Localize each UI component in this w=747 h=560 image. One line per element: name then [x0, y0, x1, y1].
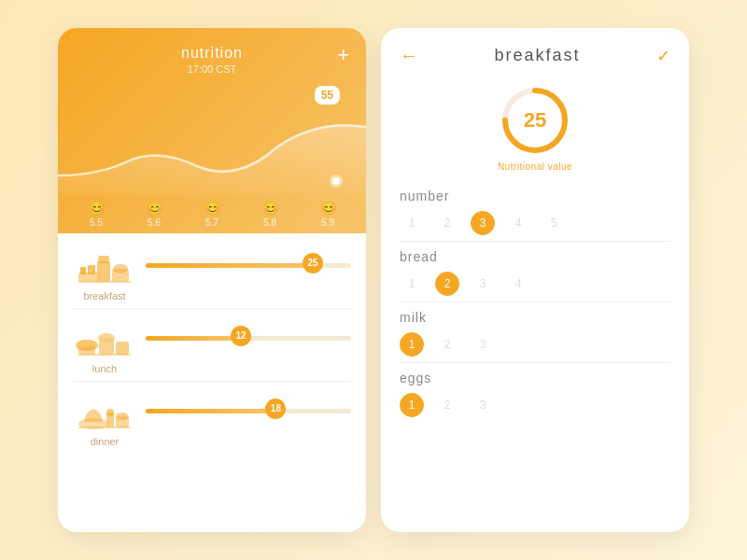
meal-value-badge: 18: [265, 399, 286, 419]
day-label: 5.8: [263, 217, 276, 228]
svg-rect-1: [80, 267, 86, 274]
selector-option-eggs-3[interactable]: 3: [471, 393, 495, 417]
selector-option-eggs-1[interactable]: 1: [400, 393, 424, 417]
svg-rect-4: [98, 256, 109, 263]
selector-group-eggs: eggs123: [400, 363, 670, 423]
back-button[interactable]: ←: [400, 45, 418, 66]
day-emoji-icon: 😊: [147, 201, 162, 216]
meal-bar-area: 25: [146, 252, 351, 278]
chart-header: nutrition 17:00 CST + 55 😊 5.5😊: [58, 28, 366, 233]
selector-option-number-3[interactable]: 3: [471, 211, 495, 235]
meals-section: 25 breakfast 12: [58, 233, 366, 532]
day-item: 😊 5.7: [204, 201, 220, 228]
meal-row: 18 dinner: [73, 388, 351, 447]
selector-option-bread-1[interactable]: 1: [400, 272, 424, 296]
chart-area: [58, 110, 366, 194]
svg-point-17: [106, 409, 114, 416]
selector-option-eggs-2[interactable]: 2: [435, 393, 459, 417]
meal-row: 25 breakfast: [73, 243, 351, 301]
confirm-button[interactable]: ✓: [656, 46, 670, 66]
svg-rect-2: [88, 265, 95, 274]
svg-rect-13: [116, 342, 129, 355]
page-title: breakfast: [494, 46, 580, 65]
selector-option-bread-3[interactable]: 3: [471, 272, 495, 296]
meal-content: 12: [73, 315, 351, 360]
selector-group-bread: bread1234: [400, 242, 670, 302]
day-emoji-icon: 😊: [204, 201, 220, 216]
meal-bar-fill: 25: [146, 263, 310, 268]
left-card: nutrition 17:00 CST + 55 😊 5.5😊: [58, 28, 366, 532]
selector-option-number-5[interactable]: 5: [542, 211, 566, 235]
day-item: 😊 5.9: [320, 201, 336, 228]
meal-bar-area: 18: [146, 398, 351, 424]
meal-bar-track: 25: [146, 263, 351, 268]
selector-title: number: [400, 189, 670, 203]
donut-area: 25 Nutritional value: [381, 76, 689, 177]
day-emoji-icon: 😊: [320, 201, 336, 216]
selectors-area: number12345bread1234milk123eggs123: [381, 177, 689, 532]
selector-option-bread-4[interactable]: 4: [506, 272, 530, 296]
meal-value-badge: 12: [231, 326, 251, 346]
svg-rect-3: [97, 261, 110, 282]
selector-options: 123: [400, 332, 670, 357]
selector-options: 1234: [400, 272, 670, 296]
meal-label: lunch: [73, 363, 136, 374]
meal-content: 25: [73, 243, 351, 287]
selector-group-milk: milk123: [400, 302, 670, 363]
chart-value-badge: 55: [315, 86, 340, 105]
selector-option-bread-2[interactable]: 2: [435, 272, 459, 296]
meal-row: 12 lunch: [73, 315, 351, 374]
day-label: 5.5: [90, 217, 103, 228]
selector-title: bread: [400, 249, 670, 264]
right-header: ← breakfast ✓: [381, 28, 689, 76]
meal-divider: [73, 308, 351, 309]
day-emoji-icon: 😊: [89, 201, 105, 216]
chart-dot: [332, 177, 340, 185]
meal-bar-fill: 18: [146, 409, 273, 413]
svg-point-10: [78, 340, 96, 347]
day-item: 😊 5.5: [89, 201, 105, 228]
meal-icon-lunch: [73, 315, 136, 360]
donut-chart: 25: [498, 83, 572, 158]
selector-title: milk: [400, 310, 670, 325]
day-labels: 😊 5.5😊 5.6😊 5.7😊 5.8😊 5.9: [58, 201, 366, 233]
day-label: 5.9: [321, 217, 334, 228]
meal-icon-dinner: [73, 388, 136, 433]
svg-point-6: [113, 264, 128, 273]
selector-options: 123: [400, 393, 670, 417]
day-label: 5.7: [205, 217, 218, 228]
selector-option-number-4[interactable]: 4: [506, 211, 530, 235]
day-item: 😊 5.6: [147, 201, 162, 228]
svg-point-12: [98, 333, 115, 343]
selector-option-number-2[interactable]: 2: [435, 211, 459, 235]
meal-bar-fill: 12: [146, 336, 238, 341]
add-button[interactable]: +: [337, 43, 349, 67]
day-emoji-icon: 😊: [262, 201, 278, 216]
meal-bar-track: 12: [146, 336, 351, 341]
meal-label: dinner: [73, 436, 136, 447]
svg-point-19: [116, 413, 129, 420]
selector-option-milk-3[interactable]: 3: [471, 332, 495, 357]
selector-options: 12345: [400, 211, 670, 235]
chart-title: nutrition: [77, 45, 347, 62]
meal-divider: [73, 381, 351, 382]
meal-label: breakfast: [73, 290, 136, 301]
meal-value-badge: 25: [303, 253, 323, 273]
selector-option-milk-1[interactable]: 1: [400, 332, 424, 357]
day-item: 😊 5.8: [262, 201, 278, 228]
meal-bar-track: 18: [146, 409, 351, 413]
selector-title: eggs: [400, 371, 670, 385]
meal-icon-breakfast: [73, 243, 136, 287]
chart-subtitle: 17:00 CST: [77, 63, 347, 75]
meal-bar-area: 12: [146, 325, 351, 351]
day-label: 5.6: [148, 217, 161, 228]
nutritional-label: Nutritional value: [498, 161, 572, 172]
donut-value: 25: [524, 108, 546, 133]
selector-option-milk-2[interactable]: 2: [435, 332, 459, 357]
selector-group-number: number12345: [400, 181, 670, 242]
right-card: ← breakfast ✓ 25 Nutritional value numbe…: [381, 28, 689, 532]
meal-content: 18: [73, 388, 351, 433]
selector-option-number-1[interactable]: 1: [400, 211, 424, 235]
